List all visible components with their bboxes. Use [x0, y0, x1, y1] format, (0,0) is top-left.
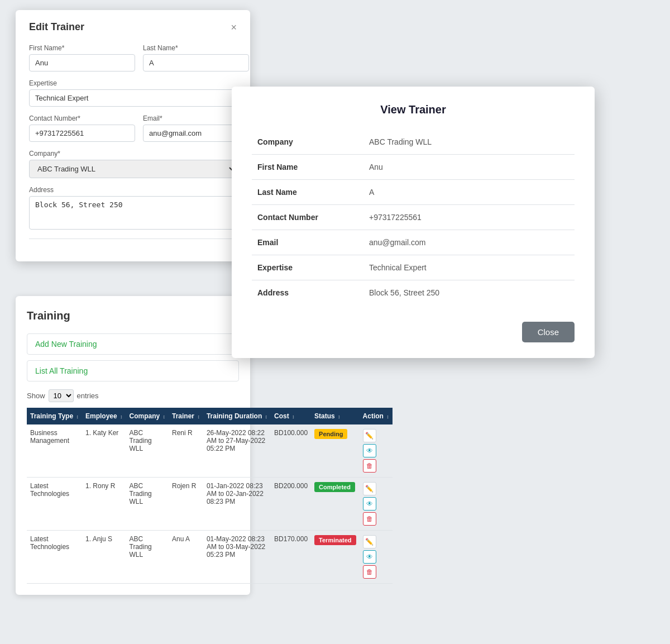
address-group: Address — [29, 186, 237, 230]
view-table-row: Expertise Technical Expert — [252, 255, 575, 280]
th-company[interactable]: Company ↕ — [126, 408, 169, 424]
status-badge: Pending — [314, 429, 347, 439]
th-trainer[interactable]: Trainer ↕ — [169, 408, 203, 424]
view-trainer-modal: View Trainer Company ABC Trading WLL Fir… — [232, 87, 595, 358]
cell-trainer: Rojen R — [169, 478, 203, 531]
add-new-training-link[interactable]: Add New Training — [27, 333, 239, 355]
contact-group: Contact Number* — [29, 115, 135, 142]
view-row-button[interactable]: 👁 — [363, 550, 376, 564]
edit-modal-close-button[interactable]: × — [231, 22, 237, 32]
delete-row-button[interactable]: 🗑 — [363, 512, 376, 526]
view-value: Block 56, Street 250 — [363, 280, 575, 306]
cell-duration: 01-May-2022 08:23 AM to 03-May-2022 05:2… — [203, 531, 271, 584]
cell-action: ✏️ 👁 🗑 — [360, 531, 393, 584]
action-buttons: ✏️ 👁 🗑 — [363, 535, 389, 579]
view-label: Expertise — [252, 255, 363, 280]
edit-row-button[interactable]: ✏️ — [363, 429, 376, 442]
th-employee[interactable]: Employee ↕ — [82, 408, 126, 424]
view-value: anu@gmail.com — [363, 230, 575, 255]
view-value: Technical Expert — [363, 255, 575, 280]
view-label: Contact Number — [252, 205, 363, 230]
last-name-input[interactable] — [143, 54, 249, 71]
action-buttons: ✏️ 👁 🗑 — [363, 482, 389, 526]
first-name-group: First Name* — [29, 44, 135, 71]
th-duration[interactable]: Training Duration ↕ — [203, 408, 271, 424]
cell-status: Completed — [311, 478, 359, 531]
expertise-input[interactable] — [29, 89, 237, 107]
edit-row-button[interactable]: ✏️ — [363, 535, 376, 548]
expertise-label: Expertise — [29, 79, 237, 87]
cell-duration: 01-Jan-2022 08:23 AM to 02-Jan-2022 08:2… — [203, 478, 271, 531]
company-label: Company* — [29, 150, 237, 158]
contact-email-row: Contact Number* Email* — [29, 115, 237, 142]
delete-row-button[interactable]: 🗑 — [363, 459, 376, 473]
cell-employee: 1. Rony R — [82, 478, 126, 531]
view-table-row: Contact Number +97317225561 — [252, 205, 575, 230]
show-entries-row: Show 10 25 50 entries — [27, 389, 239, 402]
view-value: Anu — [363, 155, 575, 180]
cell-cost: BD100.000 — [271, 424, 311, 478]
training-title: Training — [27, 309, 239, 322]
table-row: Latest Technologies 1. Rony R ABC Tradin… — [27, 478, 393, 531]
th-training-type[interactable]: Training Type ↕ — [27, 408, 82, 424]
company-select[interactable]: ABC Trading WLL — [29, 160, 237, 178]
entries-suffix: entries — [77, 392, 99, 400]
view-value: +97317225561 — [363, 205, 575, 230]
address-textarea[interactable] — [29, 196, 237, 230]
view-table-row: Company ABC Trading WLL — [252, 130, 575, 155]
view-row-button[interactable]: 👁 — [363, 444, 376, 457]
cell-trainer: Reni R — [169, 424, 203, 478]
first-name-label: First Name* — [29, 44, 135, 52]
cell-cost: BD200.000 — [271, 478, 311, 531]
add-new-link-text: Training — [69, 340, 97, 349]
edit-row-button[interactable]: ✏️ — [363, 482, 376, 495]
table-header-row: Training Type ↕ Employee ↕ Company ↕ Tra… — [27, 408, 393, 424]
th-cost[interactable]: Cost ↕ — [271, 408, 311, 424]
cell-action: ✏️ 👁 🗑 — [360, 478, 393, 531]
address-label: Address — [29, 186, 237, 194]
cell-company: ABC Trading WLL — [126, 531, 169, 584]
contact-input[interactable] — [29, 125, 135, 142]
list-all-training-link[interactable]: List All Training — [27, 360, 239, 381]
first-name-input[interactable] — [29, 54, 135, 71]
cell-trainer: Anu A — [169, 531, 203, 584]
company-row: Company* ABC Trading WLL — [29, 150, 237, 178]
status-badge: Completed — [314, 482, 355, 492]
expertise-group: Expertise — [29, 79, 237, 107]
table-row: Latest Technologies 1. Anju S ABC Tradin… — [27, 531, 393, 584]
delete-row-button[interactable]: 🗑 — [363, 565, 376, 579]
company-group: Company* ABC Trading WLL — [29, 150, 237, 178]
add-new-prefix: Add New — [35, 340, 67, 349]
last-name-label: Last Name* — [143, 44, 249, 52]
list-all-link-text: Training — [60, 366, 88, 375]
entries-select[interactable]: 10 25 50 — [49, 389, 74, 402]
training-panel: Training Add New Training List All Train… — [16, 296, 250, 595]
th-status[interactable]: Status ↕ — [311, 408, 359, 424]
view-value: ABC Trading WLL — [363, 130, 575, 155]
view-row-button[interactable]: 👁 — [363, 497, 376, 511]
table-row: Business Management 1. Katy Ker ABC Trad… — [27, 424, 393, 478]
view-label: Last Name — [252, 180, 363, 205]
cell-action: ✏️ 👁 🗑 — [360, 424, 393, 478]
th-action[interactable]: Action ↕ — [360, 408, 393, 424]
cell-employee: 1. Katy Ker — [82, 424, 126, 478]
show-label: Show — [27, 392, 45, 400]
view-table-row: First Name Anu — [252, 155, 575, 180]
edit-trainer-modal: Edit Trainer × First Name* Last Name* Ex… — [16, 10, 250, 261]
list-all-prefix: List All — [35, 366, 58, 375]
cell-type: Business Management — [27, 424, 82, 478]
view-table-row: Address Block 56, Street 250 — [252, 280, 575, 306]
training-table: Training Type ↕ Employee ↕ Company ↕ Tra… — [27, 408, 393, 584]
view-label: Company — [252, 130, 363, 155]
cell-cost: BD170.000 — [271, 531, 311, 584]
name-row: First Name* Last Name* — [29, 44, 237, 71]
cell-company: ABC Trading WLL — [126, 424, 169, 478]
view-value: A — [363, 180, 575, 205]
cell-company: ABC Trading WLL — [126, 478, 169, 531]
view-label: Email — [252, 230, 363, 255]
cell-type: Latest Technologies — [27, 531, 82, 584]
action-buttons: ✏️ 👁 🗑 — [363, 429, 389, 473]
view-close-button[interactable]: Close — [522, 322, 575, 342]
view-label: Address — [252, 280, 363, 306]
contact-label: Contact Number* — [29, 115, 135, 122]
